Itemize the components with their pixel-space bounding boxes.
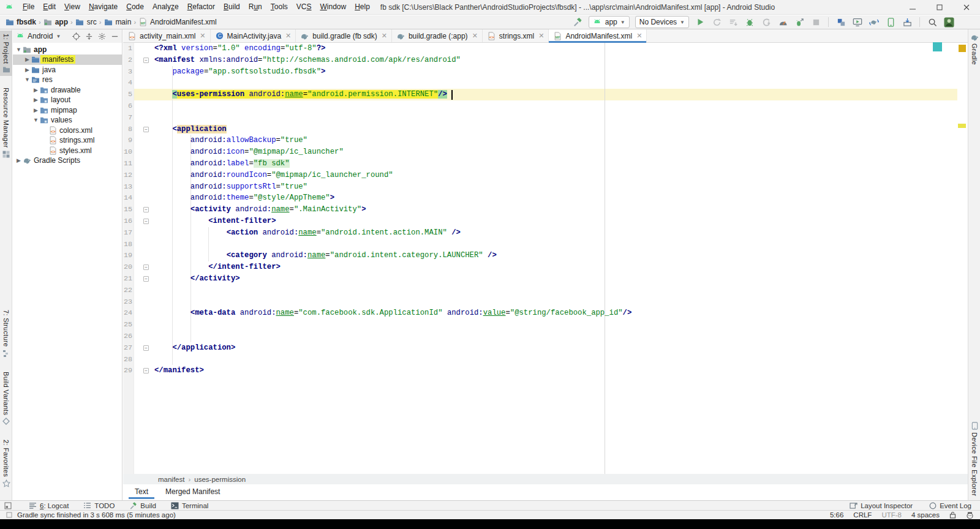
menu-window[interactable]: Window bbox=[315, 0, 350, 14]
tree-open-arrow-icon[interactable]: ▼ bbox=[15, 47, 22, 53]
tree-closed-arrow-icon[interactable]: ▶ bbox=[32, 107, 39, 113]
device-manager-phone-icon[interactable] bbox=[885, 17, 896, 28]
editor-tab-activity-main-xml[interactable]: <>activity_main.xml✕ bbox=[123, 29, 211, 42]
inspection-indicator[interactable] bbox=[959, 45, 966, 52]
tool-window-button-build-variants[interactable]: Build Variants bbox=[0, 369, 12, 428]
tool-window-button-6--logcat[interactable]: 6: Logcat bbox=[29, 501, 69, 509]
tool-window-button-2--favorites[interactable]: 2: Favorites bbox=[0, 437, 12, 490]
profile-or-debug-apk-icon[interactable] bbox=[835, 17, 846, 28]
search-everywhere-icon[interactable] bbox=[927, 17, 938, 28]
chevron-down-icon[interactable]: ▼ bbox=[56, 34, 61, 39]
apply-changes-restart-activity-icon[interactable] bbox=[711, 17, 722, 28]
breadcrumb-item-app[interactable]: app bbox=[43, 18, 68, 27]
fold-marker-icon[interactable]: − bbox=[143, 58, 149, 63]
run-configuration-dropdown[interactable]: app▼ bbox=[589, 16, 630, 28]
tree-item-styles-xml[interactable]: <>styles.xml bbox=[13, 145, 122, 156]
project-view-mode[interactable]: Android bbox=[28, 32, 53, 40]
breadcrumb-item-fbsdk[interactable]: fbsdk bbox=[5, 18, 36, 27]
menu-analyze[interactable]: Analyze bbox=[148, 0, 183, 14]
menu-run[interactable]: Run bbox=[244, 0, 266, 14]
menu-refactor[interactable]: Refactor bbox=[183, 0, 219, 14]
profile-icon[interactable] bbox=[777, 17, 788, 28]
code-editor[interactable]: 1<?xml version="1.0" encoding="utf-8"?>2… bbox=[123, 43, 968, 474]
tab-close-icon[interactable]: ✕ bbox=[285, 32, 291, 40]
collapse-all-icon[interactable] bbox=[84, 31, 94, 41]
lock-icon[interactable] bbox=[949, 511, 956, 519]
tree-item-strings-xml[interactable]: <>strings.xml bbox=[13, 135, 122, 146]
editor-tab-build-gradle--fb-sdk-[interactable]: build.gradle (fb sdk)✕ bbox=[296, 29, 392, 42]
hide-panel-icon[interactable] bbox=[110, 31, 119, 41]
make-project-icon[interactable] bbox=[572, 17, 583, 28]
tree-item-drawable[interactable]: ▶drawable bbox=[13, 84, 122, 95]
tool-window-button-build[interactable]: Build bbox=[129, 501, 156, 509]
sdk-manager-icon[interactable] bbox=[902, 17, 913, 28]
tool-window-button-1--project[interactable]: 1: Project bbox=[0, 31, 12, 76]
device-dropdown[interactable]: No Devices▼ bbox=[635, 16, 689, 28]
menu-build[interactable]: Build bbox=[219, 0, 244, 14]
encoding-widget[interactable]: UTF-8 bbox=[881, 511, 902, 519]
tab-close-icon[interactable]: ✕ bbox=[382, 32, 387, 40]
fold-marker-icon[interactable]: − bbox=[143, 276, 149, 282]
tree-item-mipmap[interactable]: ▶mipmap bbox=[13, 105, 122, 115]
settings-gear-icon[interactable] bbox=[97, 31, 107, 41]
menu-navigate[interactable]: Navigate bbox=[85, 0, 122, 14]
fold-marker-icon[interactable]: − bbox=[143, 345, 149, 351]
tree-item-manifests[interactable]: ▶manifests bbox=[13, 54, 122, 65]
breadcrumb-item-main[interactable]: main bbox=[104, 18, 131, 27]
locate-file-icon[interactable] bbox=[71, 31, 81, 41]
view-tab-merged-manifest[interactable]: Merged Manifest bbox=[157, 484, 228, 499]
tree-open-arrow-icon[interactable]: ▼ bbox=[24, 77, 31, 83]
error-stripe-mark[interactable] bbox=[958, 124, 966, 128]
line-separator-widget[interactable]: CRLF bbox=[853, 511, 872, 519]
minimize-button[interactable] bbox=[899, 0, 926, 14]
menu-view[interactable]: View bbox=[60, 0, 85, 14]
tab-close-icon[interactable]: ✕ bbox=[636, 32, 642, 40]
menu-help[interactable]: Help bbox=[350, 0, 374, 14]
tree-item-values[interactable]: ▼values bbox=[13, 115, 122, 126]
tree-item-gradle-scripts[interactable]: ▶Gradle Scripts bbox=[13, 156, 122, 166]
fold-marker-icon[interactable]: − bbox=[143, 368, 149, 373]
fold-marker-icon[interactable]: − bbox=[143, 219, 149, 224]
tab-close-icon[interactable]: ✕ bbox=[472, 32, 478, 40]
attach-debugger-to-android-process-icon[interactable] bbox=[794, 17, 805, 28]
editor-tab-strings-xml[interactable]: <>strings.xml✕ bbox=[483, 29, 549, 42]
breadcrumb-item-androidmanifest-xml[interactable]: MFAndroidManifest.xml bbox=[138, 18, 217, 27]
status-message[interactable]: Gradle sync finished in 3 s 608 ms (5 mi… bbox=[17, 511, 176, 519]
xml-breadcrumb-uses-permission[interactable]: uses-permission bbox=[194, 476, 246, 483]
menu-file[interactable]: File bbox=[18, 0, 39, 14]
tree-item-layout[interactable]: ▶layout bbox=[13, 95, 122, 105]
tree-item-app[interactable]: ▼app bbox=[13, 44, 122, 54]
close-button[interactable] bbox=[953, 0, 980, 14]
tree-item-java[interactable]: ▶java bbox=[13, 64, 122, 75]
tool-window-button-event-log[interactable]: Event Log bbox=[929, 501, 971, 509]
tree-closed-arrow-icon[interactable]: ▶ bbox=[32, 97, 39, 103]
tab-close-icon[interactable]: ✕ bbox=[538, 32, 544, 40]
editor-tab-build-gradle---app-[interactable]: build.gradle (:app)✕ bbox=[392, 29, 483, 42]
tool-window-button-layout-inspector[interactable]: Layout Inspector bbox=[850, 501, 913, 509]
stop-icon[interactable] bbox=[810, 17, 821, 28]
tree-open-arrow-icon[interactable]: ▼ bbox=[32, 117, 39, 123]
tool-window-button-terminal[interactable]: Terminal bbox=[171, 501, 208, 509]
attach-profiler-icon[interactable] bbox=[761, 17, 772, 28]
tool-window-button-resource-manager[interactable]: Resource Manager bbox=[0, 84, 12, 160]
tree-item-res[interactable]: ▼res bbox=[13, 75, 122, 85]
debug-icon[interactable] bbox=[744, 17, 755, 28]
tree-closed-arrow-icon[interactable]: ▶ bbox=[24, 56, 31, 62]
menu-vcs[interactable]: VCS bbox=[292, 0, 316, 14]
editor-tab-androidmanifest-xml[interactable]: MFAndroidManifest.xml✕ bbox=[549, 29, 647, 42]
view-tab-text[interactable]: Text bbox=[126, 484, 157, 499]
breadcrumb-item-src[interactable]: src bbox=[75, 18, 97, 27]
tool-window-button-device-file-explorer[interactable]: Device File Explorer bbox=[968, 419, 980, 499]
tree-closed-arrow-icon[interactable]: ▶ bbox=[24, 67, 31, 73]
tool-window-button-7--structure[interactable]: 7: Structure bbox=[0, 307, 12, 359]
avd-manager-icon[interactable] bbox=[852, 17, 863, 28]
editor-tab-mainactivity-java[interactable]: CMainActivity.java✕ bbox=[211, 29, 296, 42]
maximize-button[interactable] bbox=[926, 0, 953, 14]
tree-closed-arrow-icon[interactable]: ▶ bbox=[32, 87, 39, 93]
tree-item-colors-xml[interactable]: <>colors.xml bbox=[13, 125, 122, 135]
tool-window-switcher-icon[interactable] bbox=[4, 501, 12, 509]
user-avatar-icon[interactable] bbox=[943, 17, 954, 28]
menu-code[interactable]: Code bbox=[122, 0, 148, 14]
indent-widget[interactable]: 4 spaces bbox=[911, 511, 940, 519]
tool-window-button-todo[interactable]: TODO bbox=[83, 501, 115, 509]
